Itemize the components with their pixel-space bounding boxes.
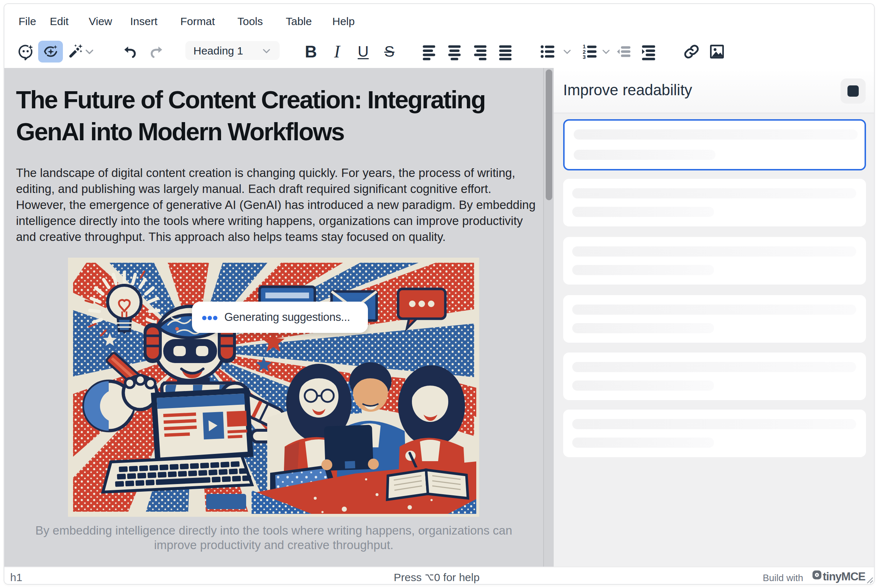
svg-text:3: 3 — [583, 54, 586, 60]
